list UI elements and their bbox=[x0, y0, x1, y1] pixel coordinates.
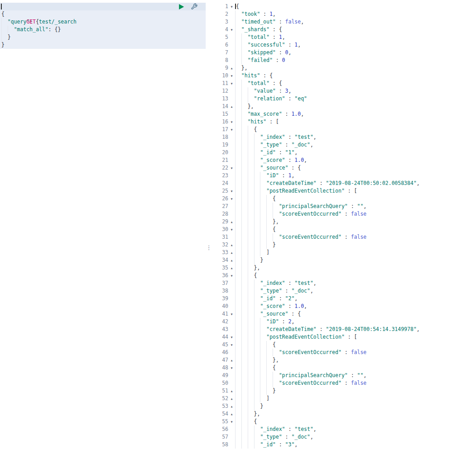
response-line[interactable]: 15"max_score" : 1.0, bbox=[212, 110, 476, 118]
request-method-line[interactable]: GET test/_search bbox=[0, 3, 206, 10]
response-line[interactable]: 20"_id" : "1", bbox=[212, 149, 476, 156]
response-line[interactable]: 45▾{ bbox=[212, 341, 476, 349]
request-body[interactable]: {"query": {"match_all": {}}} bbox=[0, 10, 206, 49]
response-line[interactable]: 25▾"postReadEventCollection" : [ bbox=[212, 187, 476, 195]
response-line[interactable]: 34▴} bbox=[212, 256, 476, 264]
fold-open-icon[interactable]: ▾ bbox=[228, 80, 235, 87]
request-line[interactable]: "match_all": {} bbox=[0, 26, 206, 33]
response-line[interactable]: 13"relation" : "eq" bbox=[212, 95, 476, 103]
fold-end-icon[interactable]: ▴ bbox=[228, 395, 235, 402]
response-line[interactable]: 17▾{ bbox=[212, 126, 476, 133]
response-line[interactable]: 12"value" : 3, bbox=[212, 87, 476, 95]
response-line[interactable]: 29▴}, bbox=[212, 218, 476, 226]
response-line[interactable]: 41▾"_source" : { bbox=[212, 310, 476, 318]
response-line[interactable]: 9▴}, bbox=[212, 64, 476, 72]
response-line[interactable]: 19"_type" : "_doc", bbox=[212, 141, 476, 149]
response-line[interactable]: 33▴] bbox=[212, 249, 476, 256]
fold-end-icon[interactable]: ▴ bbox=[228, 64, 235, 72]
response-line[interactable]: 2"took" : 1, bbox=[212, 10, 476, 18]
fold-open-icon[interactable]: ▾ bbox=[228, 364, 235, 372]
fold-open-icon[interactable]: ▾ bbox=[228, 26, 235, 33]
fold-open-icon[interactable]: ▾ bbox=[228, 126, 235, 133]
fold-open-icon[interactable]: ▾ bbox=[228, 164, 235, 172]
response-line[interactable]: 11▾"total" : { bbox=[212, 80, 476, 87]
response-line[interactable]: 4▾"_shards" : { bbox=[212, 26, 476, 33]
response-line[interactable]: 57"_type" : "_doc", bbox=[212, 433, 476, 441]
request-line[interactable]: } bbox=[0, 41, 206, 49]
code-text: } bbox=[235, 387, 476, 395]
fold-end-icon[interactable]: ▴ bbox=[228, 402, 235, 410]
response-line[interactable]: 16▾"hits" : [ bbox=[212, 118, 476, 126]
fold-open-icon[interactable]: ▾ bbox=[228, 3, 235, 10]
request-line[interactable]: { bbox=[0, 10, 206, 18]
response-line[interactable]: 3"timed_out" : false, bbox=[212, 18, 476, 26]
fold-open-icon[interactable]: ▾ bbox=[228, 187, 235, 195]
fold-open-icon[interactable]: ▾ bbox=[228, 226, 235, 233]
fold-end-icon[interactable]: ▴ bbox=[228, 218, 235, 226]
fold-end-icon[interactable]: ▴ bbox=[228, 356, 235, 364]
panel-resizer[interactable]: ⋮ bbox=[206, 0, 212, 449]
response-line[interactable]: 47▴}, bbox=[212, 356, 476, 364]
response-line[interactable]: 28"scoreEventOccurred" : false bbox=[212, 210, 476, 218]
response-line[interactable]: 7"skipped" : 0, bbox=[212, 49, 476, 57]
fold-end-icon[interactable]: ▴ bbox=[228, 387, 235, 395]
fold-open-icon[interactable]: ▾ bbox=[228, 418, 235, 425]
response-line[interactable]: 55▾{ bbox=[212, 418, 476, 425]
fold-open-icon[interactable]: ▾ bbox=[228, 310, 235, 318]
response-line[interactable]: 52▴] bbox=[212, 395, 476, 402]
fold-end-icon[interactable]: ▴ bbox=[228, 256, 235, 264]
response-line[interactable]: 58"_id" : "3", bbox=[212, 441, 476, 449]
response-line[interactable]: 54▴}, bbox=[212, 410, 476, 418]
fold-end-icon[interactable]: ▴ bbox=[228, 264, 235, 272]
response-line[interactable]: 40"_score" : 1.0, bbox=[212, 302, 476, 310]
response-line[interactable]: 36▾{ bbox=[212, 272, 476, 279]
fold-open-icon[interactable]: ▾ bbox=[228, 341, 235, 349]
response-line[interactable]: 31"scoreEventOccurred" : false bbox=[212, 233, 476, 241]
response-line[interactable]: 5"total" : 1, bbox=[212, 33, 476, 41]
fold-open-icon[interactable]: ▾ bbox=[228, 272, 235, 279]
response-line[interactable]: 26▾{ bbox=[212, 195, 476, 203]
fold-open-icon[interactable]: ▾ bbox=[228, 195, 235, 203]
response-line[interactable]: 6"successful" : 1, bbox=[212, 41, 476, 49]
response-line[interactable]: 38"_type" : "_doc", bbox=[212, 287, 476, 295]
response-line[interactable]: 23"iD" : 1, bbox=[212, 172, 476, 180]
response-line[interactable]: 10▾"hits" : { bbox=[212, 72, 476, 80]
request-options-button[interactable] bbox=[191, 3, 198, 10]
response-line[interactable]: 14▴}, bbox=[212, 103, 476, 110]
response-line[interactable]: 22▾"_source" : { bbox=[212, 164, 476, 172]
response-line[interactable]: 46"scoreEventOccurred" : false bbox=[212, 349, 476, 356]
send-request-button[interactable] bbox=[178, 3, 185, 10]
response-line[interactable]: 49"principalSearchQuery" : "", bbox=[212, 372, 476, 379]
fold-end-icon[interactable]: ▴ bbox=[228, 249, 235, 256]
request-line[interactable]: } bbox=[0, 33, 206, 41]
response-line[interactable]: 24"createDateTime" : "2019-08-24T00:50:0… bbox=[212, 180, 476, 187]
response-panel[interactable]: 1▾{2"took" : 1,3"timed_out" : false,4▾"_… bbox=[212, 0, 476, 449]
fold-open-icon[interactable]: ▾ bbox=[228, 118, 235, 126]
fold-end-icon[interactable]: ▴ bbox=[228, 241, 235, 249]
response-line[interactable]: 18"_index" : "test", bbox=[212, 133, 476, 141]
response-line[interactable]: 21"_score" : 1.0, bbox=[212, 156, 476, 164]
response-line[interactable]: 37"_index" : "test", bbox=[212, 279, 476, 287]
fold-open-icon[interactable]: ▾ bbox=[228, 72, 235, 80]
response-line[interactable]: 50"scoreEventOccurred" : false bbox=[212, 379, 476, 387]
response-line[interactable]: 53▴} bbox=[212, 402, 476, 410]
response-line[interactable]: 51▴} bbox=[212, 387, 476, 395]
indent-guide bbox=[254, 156, 260, 164]
response-line[interactable]: 48▾{ bbox=[212, 364, 476, 372]
response-line[interactable]: 30▾{ bbox=[212, 226, 476, 233]
fold-end-icon[interactable]: ▴ bbox=[228, 103, 235, 110]
response-line[interactable]: 42"iD" : 2, bbox=[212, 318, 476, 326]
fold-end-icon[interactable]: ▴ bbox=[228, 410, 235, 418]
response-line[interactable]: 43"createDateTime" : "2019-08-24T00:54:1… bbox=[212, 326, 476, 333]
response-line[interactable]: 27"principalSearchQuery" : "", bbox=[212, 203, 476, 210]
response-line[interactable]: 44▾"postReadEventCollection" : [ bbox=[212, 333, 476, 341]
response-line[interactable]: 56"_index" : "test", bbox=[212, 425, 476, 433]
response-line[interactable]: 8"failed" : 0 bbox=[212, 57, 476, 64]
request-panel[interactable]: GET test/_search bbox=[0, 0, 206, 449]
response-line[interactable]: 39"_id" : "2", bbox=[212, 295, 476, 302]
response-line[interactable]: 32▴} bbox=[212, 241, 476, 249]
fold-open-icon[interactable]: ▾ bbox=[228, 333, 235, 341]
response-line[interactable]: 1▾{ bbox=[212, 3, 476, 10]
code-text: "_shards" : { bbox=[235, 26, 476, 33]
response-line[interactable]: 35▴}, bbox=[212, 264, 476, 272]
